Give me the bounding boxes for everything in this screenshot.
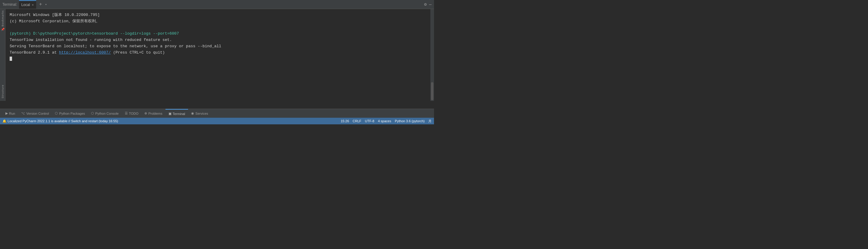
terminal-line-3: TensorFlow installation not found - runn… [10,37,426,43]
python-console-icon: ⬡ [91,111,94,115]
status-locale: 月 [428,119,432,123]
terminal-tab-local[interactable]: Local × [19,0,36,9]
status-line-ending[interactable]: CRLF [352,119,361,123]
toolbar-todo[interactable]: ☰ TODO [122,109,142,118]
status-encoding[interactable]: UTF-8 [365,119,374,123]
toolbar-version-control[interactable]: ⌥ Version Control [18,109,52,118]
status-notification[interactable]: 🔔 Localized PyCharm 2022.1.1 is availabl… [2,119,118,123]
tab-dropdown-button[interactable]: ▾ [45,3,47,6]
toolbar-run[interactable]: ▶ Run [2,109,18,118]
version-control-label: Version Control [26,112,49,115]
status-interpreter[interactable]: Python 3.6 (pytorch) [395,119,425,123]
python-packages-icon: ⬡ [55,111,58,115]
bookmark-pin-icon[interactable]: 📌 [1,28,4,31]
todo-icon: ☰ [125,111,128,115]
left-panel: Bookmarks 📌 Structure [0,9,5,101]
terminal-header: Terminal: Local × + ▾ ⚙ — [0,0,434,9]
toolbar-terminal[interactable]: ▣ Terminal [165,109,188,118]
terminal-tab-label: Terminal [173,112,185,116]
services-label: Services [195,112,208,115]
minimize-icon[interactable]: — [429,2,432,7]
terminal-empty-2 [10,56,426,62]
cursor [10,57,12,61]
terminal-line-4: Serving TensorBoard on localhost; to exp… [10,43,426,50]
bottom-toolbar: ▶ Run ⌥ Version Control ⬡ Python Package… [0,109,434,118]
tab-local-name: Local [22,3,30,7]
toolbar-services[interactable]: ◉ Services [188,109,211,118]
tab-close-button[interactable]: × [32,3,33,7]
terminal-content[interactable]: Microsoft Windows [版本 10.0.22000.795] (c… [5,9,430,101]
terminal-empty-1 [10,25,426,31]
terminal-header-left: Terminal: Local × + ▾ [2,0,47,9]
toolbar-python-console[interactable]: ⬡ Python Console [88,109,122,118]
scrollbar-thumb[interactable] [431,82,433,100]
status-indent[interactable]: 4 spaces [378,119,391,123]
terminal-header-right: ⚙ — [424,2,432,7]
terminal-scrollbar[interactable] [430,9,434,101]
run-label: Run [9,112,15,115]
version-control-icon: ⌥ [21,111,25,115]
python-packages-label: Python Packages [59,112,85,115]
todo-label: TODO [129,112,138,115]
services-icon: ◉ [191,111,194,115]
structure-label: Structure [1,84,4,99]
run-icon: ▶ [5,111,8,115]
terminal-icon: ▣ [168,112,172,116]
tensorboard-link[interactable]: http://localhost:6007/ [59,50,111,55]
status-bar: 🔔 Localized PyCharm 2022.1.1 is availabl… [0,118,434,124]
add-tab-button[interactable]: + [38,2,43,7]
terminal-line-1: Microsoft Windows [版本 10.0.22000.795] [10,12,426,19]
settings-icon[interactable]: ⚙ [424,2,427,7]
problems-label: Problems [148,112,162,115]
terminal-label: Terminal: [2,2,17,7]
toolbar-problems[interactable]: ⊕ Problems [141,109,165,118]
status-right: 15:26 CRLF UTF-8 4 spaces Python 3.6 (py… [341,119,432,123]
python-console-label: Python Console [95,112,119,115]
terminal-line-2: (c) Microsoft Corporation。保留所有权利。 [10,19,426,25]
bookmarks-label: Bookmarks [1,10,4,27]
toolbar-python-packages[interactable]: ⬡ Python Packages [52,109,88,118]
terminal-line-5: TensorBoard 2.9.1 at http://localhost:60… [10,50,426,56]
status-time: 15:26 [341,119,349,123]
problems-icon: ⊕ [144,111,147,115]
terminal-line-command: (pytorch) D:\pythonProject\pytorch>tenso… [10,31,426,37]
